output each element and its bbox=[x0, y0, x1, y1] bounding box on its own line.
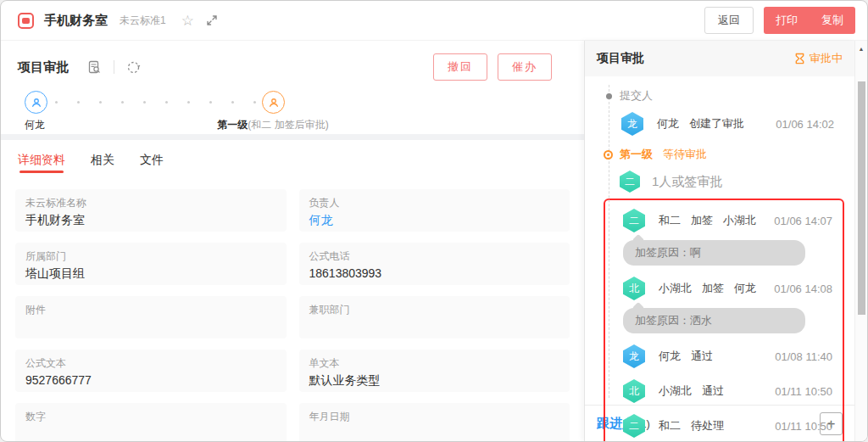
flow-dots bbox=[55, 101, 256, 104]
app-window: 手机财务室 未云标准1 ☆ 返回 打印 复制 项目审批 bbox=[0, 0, 868, 442]
avatar-hexagon: 二 bbox=[620, 171, 640, 193]
status-text: 审批中 bbox=[810, 51, 843, 66]
entry-time: 01/08 11:40 bbox=[775, 350, 832, 363]
entry-name: 小湖北 bbox=[659, 281, 692, 296]
entry-time: 01/06 14:02 bbox=[776, 118, 834, 131]
field-value: 9527666777 bbox=[25, 373, 276, 387]
tab-related[interactable]: 相关 bbox=[91, 153, 114, 178]
approval-detail-icon[interactable] bbox=[87, 60, 102, 75]
field-date: 年月日期 bbox=[299, 403, 570, 441]
divider bbox=[114, 60, 114, 74]
entry-action: 加签 bbox=[691, 213, 713, 228]
back-button[interactable]: 返回 bbox=[704, 7, 754, 34]
annotation-red-box: 二 和二 加签 小湖北 01/06 14:07 加签原因：啊 北 小湖北 加签 … bbox=[604, 199, 844, 442]
timeline-entry-created: 龙 何龙 创建了审批 01/06 14:02 bbox=[621, 112, 844, 136]
urge-button[interactable]: 催办 bbox=[498, 53, 552, 81]
timeline-entry: 二 和二 待处理 01/11 10:50 bbox=[623, 414, 832, 438]
field-value: 塔山项目组 bbox=[25, 266, 276, 282]
field-label: 公式文本 bbox=[25, 356, 276, 371]
flow-submitter-name: 何龙 bbox=[25, 118, 45, 132]
entry-name: 何龙 bbox=[659, 349, 681, 364]
app-logo-icon bbox=[18, 13, 34, 29]
timeline-line bbox=[609, 85, 609, 398]
field-label: 数字 bbox=[25, 410, 276, 424]
entry-target: 小湖北 bbox=[723, 213, 756, 228]
scrollbar-up-icon[interactable]: ▲ bbox=[855, 46, 867, 52]
entry-time: 01/06 14:08 bbox=[774, 283, 832, 295]
field-attachment: 附件 bbox=[15, 296, 287, 338]
field-label: 附件 bbox=[25, 303, 276, 317]
entry-name: 何龙 bbox=[657, 116, 679, 131]
stage-bullet-icon bbox=[604, 150, 613, 159]
avatar-hexagon: 北 bbox=[623, 277, 645, 300]
approval-title: 项目审批 bbox=[18, 59, 69, 76]
entry-action: 待处理 bbox=[691, 418, 724, 434]
avatar-hexagon: 北 bbox=[623, 379, 645, 403]
withdraw-button[interactable]: 撤回 bbox=[433, 53, 487, 81]
field-owner: 负责人何龙 bbox=[299, 189, 570, 232]
top-header: 手机财务室 未云标准1 ☆ 返回 打印 复制 bbox=[1, 1, 867, 41]
flow-stage-note: (和二 加签后审批) bbox=[248, 119, 328, 131]
group-label: 1人或签审批 bbox=[652, 174, 722, 190]
action-button-group: 打印 复制 bbox=[764, 7, 855, 34]
timeline-group: 二 1人或签审批 bbox=[620, 171, 854, 193]
approval-toolbar: 项目审批 撤回 催办 bbox=[1, 41, 584, 89]
avatar-hexagon: 二 bbox=[623, 209, 645, 232]
refresh-flow-icon[interactable] bbox=[126, 60, 141, 75]
field-value: 默认业务类型 bbox=[309, 373, 560, 389]
hourglass-icon bbox=[794, 53, 805, 64]
field-label: 未云标准名称 bbox=[25, 196, 276, 210]
field-phone: 公式电话18613803993 bbox=[299, 243, 570, 285]
tab-detail[interactable]: 详细资料 bbox=[18, 153, 65, 178]
copy-button[interactable]: 复制 bbox=[810, 7, 855, 34]
field-value-link[interactable]: 何龙 bbox=[309, 213, 560, 228]
field-label: 负责人 bbox=[309, 196, 560, 210]
timeline-bullet bbox=[606, 93, 612, 99]
approval-timeline: 提交人 龙 何龙 创建了审批 01/06 14:02 第一级 等待审批 二 1人… bbox=[585, 76, 854, 405]
field-label: 单文本 bbox=[309, 356, 560, 371]
entry-name: 和二 bbox=[659, 418, 681, 434]
avatar-hexagon: 二 bbox=[623, 414, 645, 438]
field-label: 公式电话 bbox=[309, 249, 560, 264]
expand-icon[interactable] bbox=[206, 14, 218, 26]
field-formula-text: 公式文本9527666777 bbox=[15, 350, 287, 392]
field-number: 数字 bbox=[15, 403, 287, 441]
note-bubble: 加签原因：洒水 bbox=[623, 308, 805, 333]
timeline-entry: 北 小湖北 通过 01/11 10:50 bbox=[623, 379, 832, 403]
field-value: 18613803993 bbox=[309, 266, 560, 280]
entry-time: 01/06 14:07 bbox=[774, 215, 832, 227]
field-grid: 未云标准名称手机财务室 负责人何龙 所属部门塔山项目组 公式电话18613803… bbox=[1, 178, 584, 441]
submitter-avatar-icon bbox=[25, 91, 47, 114]
scrollbar[interactable]: ▲ bbox=[854, 41, 867, 441]
note-bubble: 加签原因：啊 bbox=[623, 240, 805, 266]
main-content: 项目审批 撤回 催办 何龙 bbox=[1, 41, 584, 441]
print-button[interactable]: 打印 bbox=[764, 7, 810, 34]
entry-time: 01/11 10:50 bbox=[775, 385, 832, 398]
timeline-entry: 二 和二 加签 小湖北 01/06 14:07 bbox=[623, 209, 832, 232]
tab-files[interactable]: 文件 bbox=[140, 153, 164, 178]
field-single-text: 单文本默认业务类型 bbox=[299, 350, 570, 392]
entry-name: 小湖北 bbox=[659, 383, 692, 399]
avatar-hexagon: 龙 bbox=[621, 112, 643, 136]
timeline-stage: 第一级 等待审批 bbox=[604, 147, 854, 162]
approval-sidebar: 项目审批 审批中 提交人 龙 何龙 创建了审批 01/06 14:02 bbox=[584, 41, 854, 441]
field-department: 所属部门塔山项目组 bbox=[15, 243, 287, 285]
entry-name: 和二 bbox=[659, 213, 681, 228]
field-value: 手机财务室 bbox=[25, 213, 276, 228]
entry-time: 01/11 10:50 bbox=[775, 420, 832, 433]
flow-stage-name: 第一级 bbox=[217, 119, 248, 131]
entry-action: 加签 bbox=[702, 281, 724, 296]
entry-action: 通过 bbox=[691, 349, 713, 364]
record-title: 手机财务室 bbox=[44, 13, 108, 29]
scrollbar-thumb[interactable] bbox=[858, 81, 865, 315]
stage-avatar-icon bbox=[262, 91, 285, 114]
stage-name: 第一级 bbox=[620, 147, 653, 162]
timeline-entry: 龙 何龙 通过 01/08 11:40 bbox=[623, 344, 832, 368]
sidebar-title: 项目审批 bbox=[597, 51, 644, 66]
favorite-star-icon[interactable]: ☆ bbox=[181, 14, 194, 28]
detail-tabs: 详细资料 相关 文件 bbox=[1, 140, 584, 178]
field-name: 未云标准名称手机财务室 bbox=[15, 189, 287, 232]
timeline-submitter: 提交人 bbox=[606, 88, 854, 104]
section-separator bbox=[1, 134, 584, 140]
avatar-hexagon: 龙 bbox=[623, 344, 645, 368]
